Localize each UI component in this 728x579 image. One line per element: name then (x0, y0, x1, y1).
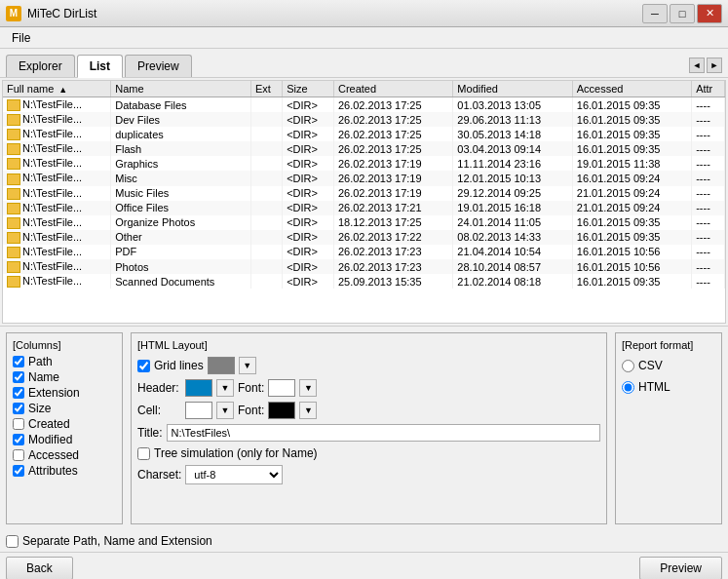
table-cell: N:\TestFile... (3, 171, 111, 185)
table-cell: 03.04.2013 09:14 (453, 141, 572, 156)
table-row[interactable]: N:\TestFile...Office Files<DIR>26.02.201… (3, 201, 725, 215)
col-attr[interactable]: Attr (692, 81, 725, 97)
column-checkbox[interactable] (13, 356, 24, 367)
column-checkbox[interactable] (13, 418, 24, 430)
table-row[interactable]: N:\TestFile...Other<DIR>26.02.2013 17:22… (3, 230, 725, 245)
table-cell: 26.02.2013 17:23 (333, 259, 452, 274)
column-checkbox[interactable] (13, 449, 24, 461)
bottom-panel: [Columns] PathNameExtensionSizeCreatedMo… (0, 326, 728, 530)
radio-html-label: HTML (638, 380, 671, 394)
cell-bg-dropdown[interactable]: ▼ (216, 402, 234, 419)
folder-icon (7, 217, 20, 229)
column-checkbox[interactable] (13, 434, 24, 445)
charset-row: Charset: utf-8 iso-8859-1 windows-1252 (137, 465, 600, 484)
col-size[interactable]: Size (283, 81, 334, 97)
table-cell: 16.01.2015 09:35 (572, 215, 691, 230)
table-row[interactable]: N:\TestFile...Misc<DIR>26.02.2013 17:191… (3, 171, 725, 185)
col-modified[interactable]: Modified (453, 81, 572, 97)
folder-icon (7, 232, 20, 244)
close-button[interactable]: ✕ (697, 4, 722, 23)
table-cell: 26.02.2013 17:25 (333, 141, 452, 156)
column-checkbox[interactable] (13, 387, 24, 399)
column-checkbox[interactable] (13, 371, 24, 383)
minimize-button[interactable]: ─ (642, 4, 668, 23)
file-table-container[interactable]: Full name ▲ Name Ext Size Created Modifi… (2, 80, 726, 324)
table-cell (250, 97, 282, 113)
grid-color-swatch[interactable] (208, 357, 235, 374)
table-cell (250, 215, 282, 230)
charset-select[interactable]: utf-8 iso-8859-1 windows-1252 (185, 465, 283, 484)
table-cell: N:\TestFile... (3, 112, 111, 127)
table-row[interactable]: N:\TestFile...Music Files<DIR>26.02.2013… (3, 186, 725, 201)
table-row[interactable]: N:\TestFile...Dev Files<DIR>26.02.2013 1… (3, 112, 725, 127)
col-accessed[interactable]: Accessed (572, 81, 691, 97)
header-bg-dropdown[interactable]: ▼ (216, 379, 234, 397)
radio-csv-label: CSV (638, 359, 663, 372)
folder-icon (7, 188, 20, 200)
grid-color-dropdown[interactable]: ▼ (239, 357, 256, 374)
table-row[interactable]: N:\TestFile...duplicates<DIR>26.02.2013 … (3, 127, 725, 141)
tab-explorer[interactable]: Explorer (6, 55, 75, 77)
column-check-item: Modified (13, 433, 116, 446)
table-cell: 16.01.2015 09:24 (572, 171, 691, 185)
table-cell (250, 230, 282, 245)
menu-file[interactable]: File (4, 29, 38, 47)
charset-label: Charset: (137, 468, 181, 482)
table-cell: <DIR> (283, 97, 334, 113)
maximize-button[interactable]: □ (670, 4, 695, 23)
column-checkbox[interactable] (13, 403, 24, 414)
table-cell: 08.02.2013 14:33 (453, 230, 572, 245)
tab-preview[interactable]: Preview (125, 55, 192, 77)
preview-button[interactable]: Preview (639, 557, 722, 579)
separate-path-checkbox[interactable] (6, 535, 19, 548)
tab-list[interactable]: List (77, 55, 123, 78)
table-row[interactable]: N:\TestFile...PDF<DIR>26.02.2013 17:2321… (3, 245, 725, 259)
title-input[interactable] (167, 424, 600, 442)
cell-color-row: Cell: ▼ Font: ▼ (137, 402, 600, 419)
table-cell: 21.01.2015 09:24 (572, 186, 691, 201)
col-fullname[interactable]: Full name ▲ (3, 81, 111, 97)
back-button[interactable]: Back (6, 557, 73, 579)
header-color-row: Header: ▼ Font: ▼ (137, 379, 600, 397)
cell-bg-swatch[interactable] (185, 402, 212, 419)
table-cell (250, 259, 282, 274)
table-cell: ---- (692, 171, 725, 185)
col-ext[interactable]: Ext (250, 81, 282, 97)
cell-label: Cell: (137, 404, 181, 417)
tab-next-button[interactable]: ► (707, 58, 722, 73)
table-cell: Misc (111, 171, 251, 185)
header-font-dropdown[interactable]: ▼ (299, 379, 317, 397)
tab-prev-button[interactable]: ◄ (689, 58, 705, 73)
table-cell: <DIR> (283, 230, 334, 245)
table-row[interactable]: N:\TestFile...Scanned Documents<DIR>25.0… (3, 274, 725, 289)
col-created[interactable]: Created (333, 81, 452, 97)
title-label: Title: (137, 426, 163, 440)
column-checkbox[interactable] (13, 465, 24, 477)
table-row[interactable]: N:\TestFile...Organize Photos<DIR>18.12.… (3, 215, 725, 230)
table-cell: PDF (111, 245, 251, 259)
tree-simulation-checkbox[interactable] (137, 447, 150, 460)
title-row: Title: (137, 424, 600, 442)
table-cell: Flash (111, 141, 251, 156)
action-bar: Back Preview (0, 552, 728, 579)
tree-simulation-row: Tree simulation (only for Name) (137, 446, 600, 460)
header-font-swatch[interactable] (268, 379, 295, 397)
col-name[interactable]: Name (111, 81, 251, 97)
table-row[interactable]: N:\TestFile...Graphics<DIR>26.02.2013 17… (3, 156, 725, 171)
table-row[interactable]: N:\TestFile...Database Files<DIR>26.02.2… (3, 97, 725, 113)
cell-font-dropdown[interactable]: ▼ (299, 402, 317, 419)
cell-font-swatch[interactable] (268, 402, 295, 419)
table-row[interactable]: N:\TestFile...Photos<DIR>26.02.2013 17:2… (3, 259, 725, 274)
radio-html[interactable] (622, 381, 634, 394)
tree-simulation-label: Tree simulation (only for Name) (154, 446, 318, 460)
html-layout-box: [HTML Layout] Grid lines ▼ Header: ▼ Fon… (131, 332, 607, 524)
grid-lines-checkbox[interactable] (137, 360, 150, 372)
table-cell: 16.01.2015 09:35 (572, 141, 691, 156)
header-label: Header: (137, 381, 181, 395)
table-row[interactable]: N:\TestFile...Flash<DIR>26.02.2013 17:25… (3, 141, 725, 156)
table-cell: 26.02.2013 17:19 (333, 171, 452, 185)
table-cell: 16.01.2015 09:35 (572, 274, 691, 289)
radio-csv[interactable] (622, 360, 634, 372)
table-cell (250, 245, 282, 259)
header-bg-swatch[interactable] (185, 379, 212, 397)
